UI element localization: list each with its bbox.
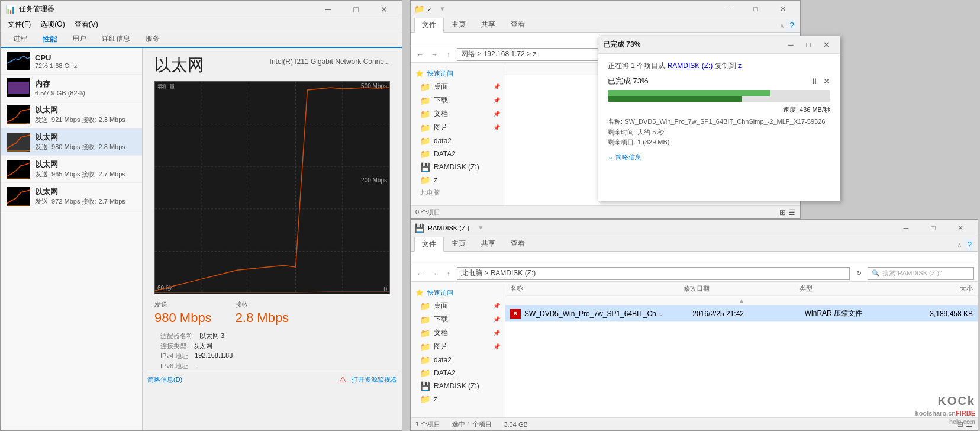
exp-top-close[interactable]: ✕ [769,2,797,15]
bot-address-path[interactable]: 此电脑 > RAMDISK (Z:) [457,267,850,280]
scroll-up2-icon[interactable]: ▲ [739,297,744,304]
menu-options[interactable]: 选项(O) [36,18,69,31]
dialog-minimize[interactable]: ─ [782,38,800,52]
bot-data2-icon: 📁 [420,355,430,365]
ribbon-tab-share[interactable]: 共享 [473,17,503,32]
pin-icon2: 📌 [493,97,500,104]
more-info-button[interactable]: ⌄ 简略信息 [608,153,830,162]
ribbon-tab-home[interactable]: 主页 [444,17,473,32]
sidebar-item-eth3[interactable]: 以太网 发送: 965 Mbps 接收: 2.7 Mbps [1,156,142,183]
view-icons[interactable]: ⊞ ☰ [779,208,795,217]
sidebar-quick-access[interactable]: ⭐ 快速访问 [411,67,505,80]
dialog-close[interactable]: ✕ [817,38,835,52]
bot-sidebar-ramdisk[interactable]: 💾 RAMDISK (Z:) [411,379,505,393]
sidebar-pics[interactable]: 📁 图片 📌 [411,121,505,134]
ribbon-help-icon[interactable]: ? [787,19,797,32]
up-button[interactable]: ↑ [443,49,454,60]
performance-panel: 以太网 Intel(R) I211 Gigabit Network Conne.… [143,48,402,430]
exp-bot-maximize[interactable]: □ [920,221,947,234]
table-row[interactable]: R SW_DVD5_Win_Pro_7w_SP1_64BIT_Ch... 201… [505,305,978,322]
maximize-button[interactable]: □ [343,2,369,17]
file-name-info: 名称: SW_DVD5_Win_Pro_7w_SP1_64BIT_ChnSimp… [608,117,830,127]
minimize-button[interactable]: ─ [315,2,341,17]
dialog-title: 已完成 73% [603,40,640,50]
recv-label: 接收 [236,300,289,309]
eth3-label: 以太网 [35,159,125,170]
sidebar-item-cpu[interactable]: CPU 72% 1.68 GHz [1,48,142,75]
sidebar-DATA2[interactable]: 📁 DATA2 [411,147,505,160]
sidebar-docs[interactable]: 📁 文档 📌 [411,107,505,121]
dest-link[interactable]: z [738,62,742,70]
sidebar-item-eth1[interactable]: 以太网 发送: 921 Mbps 接收: 2.3 Mbps [1,101,142,128]
sidebar-ramdisk[interactable]: 💾 RAMDISK (Z:) [411,160,505,173]
pause-button[interactable]: ⏸ [810,76,818,86]
bot-back-button[interactable]: ← [414,268,426,279]
bot-ribbon-tab-home[interactable]: 主页 [444,236,473,251]
exp-top-maximize[interactable]: □ [742,2,769,15]
sidebar-download[interactable]: 📁 下载 📌 [411,94,505,107]
eth1-detail: 发送: 921 Mbps 接收: 2.3 Mbps [35,115,125,124]
dialog-titlebar: 已完成 73% ─ □ ✕ [598,36,840,54]
sidebar-z[interactable]: 📁 z [411,173,505,186]
bot-forward-button[interactable]: → [428,268,440,279]
menu-view[interactable]: 查看(V) [70,18,103,31]
exp-bot-minimize[interactable]: ─ [892,221,920,234]
col-date-header[interactable]: 修改日期 [684,284,800,293]
col-type-header[interactable]: 类型 [800,284,915,293]
quick-access-icon: ⭐ [415,70,424,78]
col-name-header[interactable]: 名称 [510,284,684,293]
sidebar-desktop[interactable]: 📁 桌面 📌 [411,80,505,94]
ribbon-collapse-icon[interactable]: ∧ [777,20,787,32]
bot-sidebar-desktop[interactable]: 📁 桌面 📌 [411,299,505,313]
back-button[interactable]: ← [414,49,426,60]
ribbon-tab-file[interactable]: 文件 [414,18,444,33]
bot-ribbon-help-icon[interactable]: ? [965,238,974,251]
bot-up-button[interactable]: ↑ [443,268,454,279]
file-name: SW_DVD5_Win_Pro_7w_SP1_64BIT_Ch... [524,310,692,318]
sidebar-thispc-placeholder[interactable]: 此电脑 [411,186,505,199]
bot-ribbon-tab-view[interactable]: 查看 [503,236,533,251]
col-size-header[interactable]: 大小 [915,284,973,293]
tab-process[interactable]: 进程 [5,31,35,47]
bot-sidebar-pics[interactable]: 📁 图片 📌 [411,340,505,353]
bot-sidebar-data2[interactable]: 📁 data2 [411,353,505,366]
sidebar-item-eth4[interactable]: 以太网 发送: 972 Mbps 接收: 2.7 Mbps [1,183,142,210]
bot-sidebar-z[interactable]: 📁 z [411,393,505,406]
conn-type-val: 以太网 [193,342,212,350]
bot-sidebar-download[interactable]: 📁 下载 📌 [411,313,505,326]
sidebar-data2[interactable]: 📁 data2 [411,134,505,147]
data2-folder-icon: 📁 [420,136,430,146]
bot-ribbon-tab-file[interactable]: 文件 [414,237,444,252]
file-list-header: 名称 修改日期 类型 大小 [505,282,978,296]
tab-services[interactable]: 服务 [138,31,167,47]
sidebar-item-eth2[interactable]: 以太网 发送: 980 Mbps 接收: 2.8 Mbps [1,128,142,156]
bot-ribbon-collapse-icon[interactable]: ∧ [955,239,965,251]
brief-info-link[interactable]: 简略信息(D) [147,375,182,384]
forward-button[interactable]: → [428,49,440,60]
bot-refresh-button[interactable]: ↻ [852,268,865,279]
open-monitor-link[interactable]: ⚠ 打开资源监视器 [339,375,397,384]
bot-sidebar-DATA2[interactable]: 📁 DATA2 [411,366,505,379]
tab-user[interactable]: 用户 [65,31,94,47]
monitor-icon: ⚠ [339,375,347,384]
menu-bar: 文件(F) 选项(O) 查看(V) [1,18,402,31]
tab-performance[interactable]: 性能 [35,31,65,48]
eth2-detail: 发送: 980 Mbps 接收: 2.8 Mbps [35,143,125,152]
search-box-bot[interactable]: 🔍 搜索"RAMDISK (Z:)" [868,267,974,280]
bot-sidebar-docs[interactable]: 📁 文档 📌 [411,326,505,340]
close-button[interactable]: ✕ [370,2,397,17]
tab-details[interactable]: 详细信息 [94,31,138,47]
exp-top-minimize[interactable]: ─ [715,2,742,15]
dialog-maximize[interactable]: □ [800,38,817,52]
bot-sidebar-quick-access[interactable]: ⭐ 快速访问 [411,287,505,299]
ramdisk-link[interactable]: RAMDISK (Z:) [668,62,713,70]
exp-bot-close[interactable]: ✕ [947,221,974,234]
eth3-detail: 发送: 965 Mbps 接收: 2.7 Mbps [35,170,125,179]
bot-ribbon-tab-share[interactable]: 共享 [473,236,503,251]
ribbon-tab-view[interactable]: 查看 [503,17,533,32]
download-folder-icon: 📁 [420,96,430,105]
sidebar-item-memory[interactable]: 内存 6.5/7.9 GB (82%) [1,75,142,101]
cancel-button[interactable]: ✕ [823,76,830,86]
menu-file[interactable]: 文件(F) [3,18,36,31]
eth2-chart-mini [7,133,30,152]
